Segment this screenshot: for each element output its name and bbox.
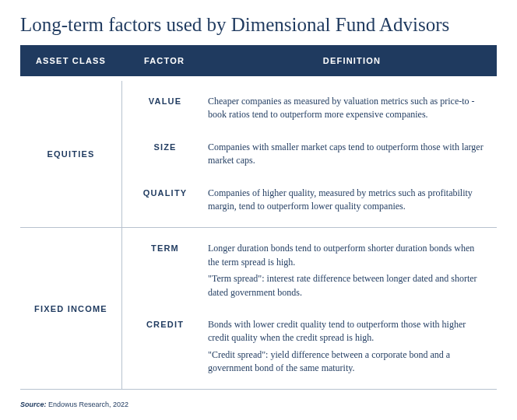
factor-row: QUALITYCompanies of higher quality, meas… bbox=[122, 177, 497, 223]
definition-cell: Bonds with lower credit quality tend to … bbox=[208, 315, 497, 379]
definition-paragraph: Cheaper companies as measured by valuati… bbox=[208, 95, 486, 122]
definition-paragraph: Longer duration bonds tend to outperform… bbox=[208, 242, 486, 269]
factor-label: TERM bbox=[122, 239, 208, 253]
factor-label: QUALITY bbox=[122, 184, 208, 198]
definition-cell: Cheaper companies as measured by valuati… bbox=[208, 92, 497, 125]
factor-label: CREDIT bbox=[122, 315, 208, 329]
definition-cell: Longer duration bonds tend to outperform… bbox=[208, 239, 497, 303]
page-title: Long-term factors used by Dimensional Fu… bbox=[20, 14, 497, 36]
source-line: Source: Endowus Research, 2022 bbox=[20, 401, 497, 408]
factor-row: TERMLonger duration bonds tend to outper… bbox=[122, 233, 497, 309]
definition-paragraph: Companies with smaller market caps tend … bbox=[208, 141, 486, 168]
asset-class-cell: FIXED INCOME bbox=[20, 228, 121, 389]
definition-paragraph: Bonds with lower credit quality tend to … bbox=[208, 318, 486, 345]
factor-rows: TERMLonger duration bonds tend to outper… bbox=[121, 228, 497, 389]
header-asset-class: ASSET CLASS bbox=[20, 45, 121, 76]
header-definition: DEFINITION bbox=[207, 45, 497, 76]
source-label: Source: bbox=[20, 401, 47, 408]
definition-paragraph: Companies of higher quality, measured by… bbox=[208, 187, 486, 214]
factor-rows: VALUECheaper companies as measured by va… bbox=[121, 81, 497, 227]
table-body: EQUITIESVALUECheaper companies as measur… bbox=[20, 81, 497, 390]
asset-group: FIXED INCOMETERMLonger duration bonds te… bbox=[20, 228, 497, 390]
table-header: ASSET CLASS FACTOR DEFINITION bbox=[20, 45, 497, 76]
header-factor: FACTOR bbox=[121, 45, 207, 76]
factor-label: VALUE bbox=[122, 92, 208, 106]
asset-group: EQUITIESVALUECheaper companies as measur… bbox=[20, 81, 497, 228]
definition-cell: Companies with smaller market caps tend … bbox=[208, 138, 497, 171]
factor-label: SIZE bbox=[122, 138, 208, 152]
definition-paragraph: "Credit spread": yield difference betwee… bbox=[208, 348, 486, 376]
definition-paragraph: "Term spread": interest rate difference … bbox=[208, 272, 486, 299]
factor-row: SIZECompanies with smaller market caps t… bbox=[122, 131, 497, 177]
asset-class-cell: EQUITIES bbox=[20, 81, 121, 227]
factor-row: VALUECheaper companies as measured by va… bbox=[122, 86, 497, 131]
page: Long-term factors used by Dimensional Fu… bbox=[0, 0, 517, 419]
definition-cell: Companies of higher quality, measured by… bbox=[208, 184, 497, 217]
source-value: Endowus Research, 2022 bbox=[47, 401, 129, 408]
factor-row: CREDITBonds with lower credit quality te… bbox=[122, 309, 497, 385]
